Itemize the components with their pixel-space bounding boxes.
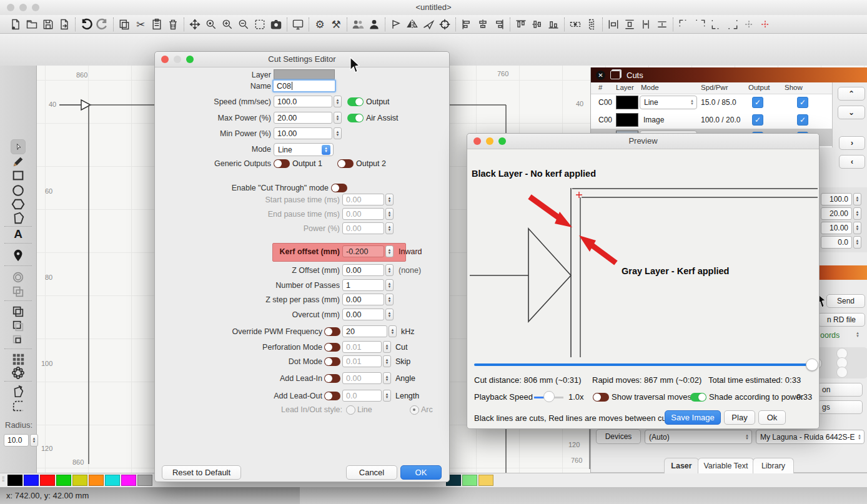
mode-select[interactable]: Line▲▼	[640, 96, 697, 109]
paste-icon[interactable]	[149, 17, 164, 32]
undo-icon[interactable]	[79, 17, 94, 32]
speed-slider-knob[interactable]	[543, 391, 555, 402]
monitor-icon[interactable]	[290, 17, 305, 32]
circular-array-icon[interactable]	[11, 365, 26, 380]
color-swatch[interactable]	[56, 475, 71, 486]
space-h-equal-icon[interactable]	[606, 17, 621, 32]
align-top-icon[interactable]	[513, 17, 528, 32]
ok-button[interactable]: OK	[400, 465, 442, 480]
output-toggle[interactable]	[347, 97, 364, 106]
cut-row-1[interactable]: C00 Line▲▼ 15.0 / 85.0 ✓ ✓	[591, 94, 832, 111]
target-origin-icon[interactable]	[437, 17, 452, 32]
run-rd-file-button[interactable]: n RD file	[818, 313, 865, 327]
shade-toggle[interactable]	[690, 393, 706, 402]
clipped-button-on[interactable]: on	[818, 383, 863, 397]
clipped-button-gs[interactable]: gs	[818, 400, 863, 414]
color-swatch[interactable]	[72, 475, 87, 486]
close-panel-icon[interactable]: ✕	[596, 71, 605, 80]
minpower-quick-field[interactable]: 10.00	[821, 222, 852, 234]
timeline-slider-track[interactable]	[474, 363, 813, 366]
move-to-corner-bl-icon[interactable]	[709, 17, 724, 32]
open-file-icon[interactable]	[24, 17, 39, 32]
maxpower-quick-stepper[interactable]: ▲▼	[853, 207, 861, 220]
dot-mode-stepper[interactable]: ▲▼	[383, 355, 391, 367]
save-icon[interactable]	[41, 17, 56, 32]
overcut-field[interactable]: 0.00	[342, 309, 384, 320]
lead-out-toggle[interactable]	[324, 392, 340, 400]
zstep-stepper[interactable]: ▲▼	[385, 294, 394, 305]
cancel-button[interactable]: Cancel	[346, 465, 397, 480]
passes-field[interactable]: 1	[342, 279, 384, 291]
apply-path-icon[interactable]	[11, 384, 26, 399]
dialog-titlebar[interactable]: Cut Settings Editor	[155, 52, 449, 67]
dot-mode-toggle[interactable]	[324, 357, 340, 366]
palette-drag-handle[interactable]: ⁞⁞	[2, 476, 4, 483]
move-layer-up-button[interactable]: ⌃	[838, 87, 865, 101]
radius-corners-icon[interactable]	[11, 398, 26, 413]
move-to-corner-tl-icon[interactable]	[676, 17, 691, 32]
coords-select[interactable]: oords	[820, 331, 840, 340]
layer-swatch[interactable]	[616, 113, 638, 127]
align-right-icon[interactable]	[492, 17, 507, 32]
maxpower-quick-field[interactable]: 20.00	[821, 207, 852, 220]
end-pause-stepper[interactable]: ▲▼	[385, 208, 394, 220]
radius-stepper[interactable]: ▲▼	[30, 434, 38, 447]
interval-quick-field[interactable]: 0.0	[821, 236, 852, 249]
tools-icon[interactable]: ⚒	[329, 17, 344, 32]
lead-out-stepper[interactable]: ▲▼	[383, 390, 391, 402]
camera-icon[interactable]	[269, 17, 284, 32]
tab-library[interactable]: Library	[753, 458, 794, 473]
send-button[interactable]: Send	[826, 294, 865, 308]
zoom-in-icon[interactable]	[220, 17, 235, 32]
color-swatch[interactable]	[121, 475, 136, 486]
passes-stepper[interactable]: ▲▼	[385, 279, 394, 291]
boolean-subtract-icon[interactable]	[11, 319, 26, 334]
perforation-toggle[interactable]	[324, 343, 340, 352]
traversal-toggle[interactable]	[593, 393, 609, 402]
cut-row-2[interactable]: C00 Image 100.0 / 20.0 ✓ ✓	[591, 111, 832, 129]
lead-style-arc-radio[interactable]	[410, 405, 419, 415]
end-pause-field[interactable]: 0.00	[342, 208, 384, 220]
speed-quick-stepper[interactable]: ▲▼	[853, 193, 861, 205]
output2-toggle[interactable]	[337, 159, 354, 168]
distribute-v-icon[interactable]	[584, 17, 599, 32]
kerf-field[interactable]: -0.200	[342, 245, 384, 257]
show-checkbox[interactable]: ✓	[797, 114, 808, 126]
minpower-quick-stepper[interactable]: ▲▼	[853, 222, 861, 234]
zoom-select-icon[interactable]	[204, 17, 219, 32]
save-image-button[interactable]: Save Image	[665, 410, 721, 425]
lead-in-field[interactable]: 0.00	[342, 372, 382, 384]
perforation-field[interactable]: 0.01	[342, 341, 382, 353]
draw-lines-icon[interactable]	[11, 154, 26, 169]
align-bottom-icon[interactable]	[546, 17, 561, 32]
name-input[interactable]: C08	[272, 79, 336, 92]
align-left-icon[interactable]	[459, 17, 474, 32]
color-swatch[interactable]	[478, 475, 493, 486]
color-swatch[interactable]	[137, 475, 152, 486]
cut-icon[interactable]: ✂	[133, 17, 148, 32]
preview-ok-button[interactable]: Ok	[758, 410, 786, 425]
speed-field[interactable]: 100.0	[274, 96, 332, 107]
kerf-stepper[interactable]: ▲▼	[385, 245, 394, 257]
mode-select[interactable]: Line▲▼	[274, 143, 334, 156]
devices-button[interactable]: Devices	[596, 429, 641, 444]
minpower-stepper[interactable]: ▲▼	[334, 127, 342, 139]
edit-nodes-icon[interactable]	[11, 210, 26, 225]
tab-variable-text[interactable]: Variable Text	[698, 458, 754, 473]
weld-shapes-icon[interactable]	[11, 284, 26, 299]
minpower-field[interactable]: 10.00	[274, 127, 332, 139]
color-swatch[interactable]	[89, 475, 104, 486]
offset-shapes-icon[interactable]	[11, 270, 26, 285]
move-to-origin-icon[interactable]	[758, 17, 773, 32]
color-swatch[interactable]	[462, 475, 477, 486]
polygon-tool-icon[interactable]	[11, 197, 26, 212]
user-icon[interactable]	[367, 17, 382, 32]
start-pause-field[interactable]: 0.00	[342, 194, 384, 205]
move-v-icon[interactable]	[655, 17, 670, 32]
position-marker-icon[interactable]	[11, 248, 26, 263]
lead-in-toggle[interactable]	[324, 374, 340, 383]
device-settings-icon[interactable]: ⚙	[312, 17, 327, 32]
select-tool-icon[interactable]	[11, 139, 26, 154]
color-swatch[interactable]	[40, 475, 55, 486]
move-to-corner-br-icon[interactable]	[725, 17, 740, 32]
